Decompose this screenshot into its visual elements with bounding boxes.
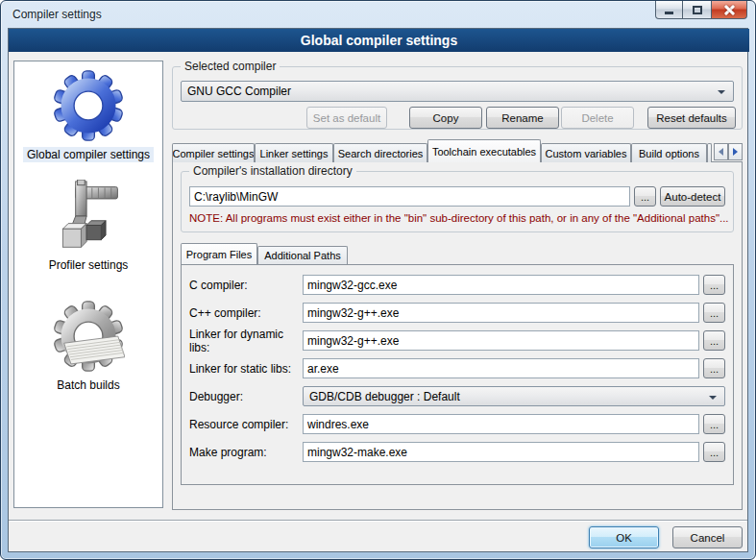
tab-toolchain-executables[interactable]: Toolchain executables [427,139,541,162]
c-compiler-input[interactable] [303,275,699,295]
triangle-right-icon [733,148,738,156]
chevron-down-icon [718,90,725,94]
auto-detect-button[interactable]: Auto-detect [660,186,725,207]
installation-directory-group: Compiler's installation directory ... Au… [181,171,734,232]
gray-gear-stack-icon [52,300,125,373]
cpp-compiler-row: C++ compiler: ... [189,303,725,323]
resource-compiler-row: Resource compiler: ... [189,414,725,434]
tab-scroll-right-button[interactable] [728,143,743,160]
tab-linker-settings[interactable]: Linker settings [255,143,333,162]
program-files-page: C compiler: ... C++ compiler: ... Linker… [181,264,734,485]
blue-gear-icon [52,69,125,142]
tab-additional-paths[interactable]: Additional Paths [257,246,348,264]
tab-scroll-left-button[interactable] [714,143,728,160]
debugger-row: Debugger: GDB/CDB debugger : Default [189,386,725,406]
program-files-tab-bar: Program Files Additional Paths [181,243,348,264]
toolchain-executables-panel: Compiler's installation directory ... Au… [172,161,743,510]
minimize-button[interactable] [655,1,683,19]
caliper-icon [52,180,125,253]
maximize-button[interactable] [683,1,711,19]
tab-program-files[interactable]: Program Files [181,243,257,264]
copy-button[interactable]: Copy [409,107,482,129]
maximize-icon [693,6,702,14]
rename-button[interactable]: Rename [486,107,559,129]
tab-custom-variables[interactable]: Custom variables [541,143,631,162]
tab-partial [707,143,712,162]
cpp-compiler-input[interactable] [303,303,699,323]
c-compiler-row: C compiler: ... [189,275,725,295]
debugger-label: Debugger: [189,390,303,403]
sidebar-item-global-compiler-settings[interactable]: Global compiler settings [14,69,162,162]
cpp-compiler-browse-button[interactable]: ... [703,303,725,323]
compiler-select[interactable]: GNU GCC Compiler [181,81,734,102]
window-controls [655,1,747,19]
compiler-settings-dialog: Compiler settings Global compiler settin… [0,0,756,560]
tab-search-directories[interactable]: Search directories [333,143,427,162]
reset-defaults-button[interactable]: Reset defaults [647,107,736,129]
linker-dynamic-input[interactable] [303,330,699,351]
sidebar-item-batch-builds[interactable]: Batch builds [14,300,162,393]
cpp-compiler-label: C++ compiler: [189,306,303,320]
linker-static-label: Linker for static libs: [189,362,303,376]
make-program-input[interactable] [303,442,699,462]
minimize-icon [665,12,673,14]
chevron-down-icon [709,396,717,400]
delete-button: Delete [561,107,634,129]
sidebar-item-label: Global compiler settings [23,147,154,162]
linker-static-browse-button[interactable]: ... [703,358,725,378]
linker-dynamic-browse-button[interactable]: ... [703,330,725,351]
c-compiler-browse-button[interactable]: ... [703,275,725,295]
make-program-label: Make program: [189,446,303,459]
linker-dynamic-label: Linker for dynamic libs: [189,328,303,354]
close-button[interactable] [711,1,747,19]
linker-static-input[interactable] [303,358,699,378]
tab-build-options[interactable]: Build options [631,143,707,162]
installation-directory-browse-button[interactable]: ... [634,186,656,207]
installation-directory-input[interactable] [189,186,630,207]
resource-compiler-browse-button[interactable]: ... [703,414,725,434]
make-program-row: Make program: ... [189,442,725,462]
linker-static-row: Linker for static libs: ... [189,358,725,378]
page-title: Global compiler settings [9,29,749,52]
debugger-select[interactable]: GDB/CDB debugger : Default [303,386,725,406]
sidebar-item-profiler-settings[interactable]: Profiler settings [14,180,162,273]
selected-compiler-group: Selected compiler GNU GCC Compiler Set a… [172,66,743,130]
installation-note: NOTE: All programs must exist either in … [189,212,729,224]
tab-scroll-buttons [714,143,743,160]
linker-dynamic-row: Linker for dynamic libs: ... [189,330,725,351]
installation-directory-group-label: Compiler's installation directory [189,164,356,178]
settings-category-list: Global compiler settings [13,61,163,508]
window-title: Compiler settings [12,8,102,21]
compiler-select-value: GNU GCC Compiler [187,85,291,98]
ok-button[interactable]: OK [589,526,659,548]
triangle-left-icon [719,148,723,156]
close-icon [723,4,735,15]
resource-compiler-label: Resource compiler: [189,418,303,431]
make-program-browse-button[interactable]: ... [703,442,725,462]
cancel-button[interactable]: Cancel [672,526,743,548]
debugger-select-value: GDB/CDB debugger : Default [309,390,460,403]
tab-compiler-settings[interactable]: Compiler settings [172,143,255,162]
settings-tab-bar: Compiler settings Linker settings Search… [172,139,743,162]
resource-compiler-input[interactable] [303,414,699,434]
footer-divider [9,520,747,522]
c-compiler-label: C compiler: [189,279,303,292]
set-as-default-button: Set as default [306,107,387,129]
sidebar-item-label: Profiler settings [45,257,133,273]
selected-compiler-group-label: Selected compiler [181,60,280,73]
sidebar-item-label: Batch builds [53,377,123,393]
